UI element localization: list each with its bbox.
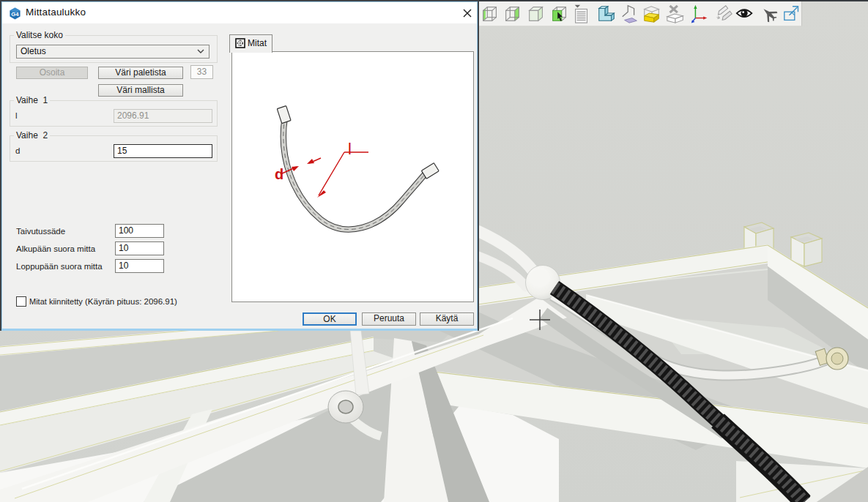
svg-text:l: l [348,140,352,158]
svg-text:d: d [275,166,283,182]
